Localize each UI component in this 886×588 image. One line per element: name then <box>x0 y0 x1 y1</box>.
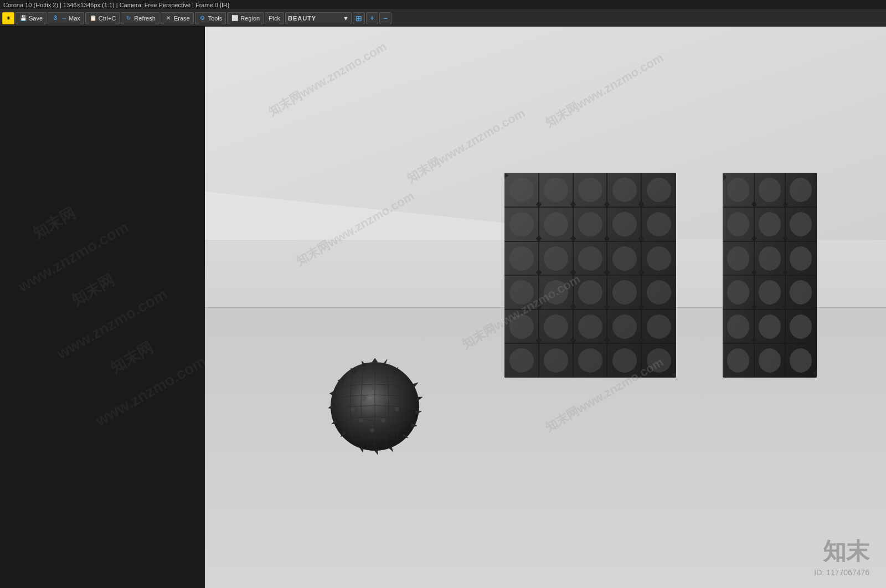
region-button[interactable]: ⬜ Region <box>227 12 264 24</box>
toolbar: ☀ 💾 Save 3 → Max 📋 Ctrl+C ↻ Refresh ✕ Er… <box>0 10 886 27</box>
svg-point-111 <box>790 280 812 305</box>
svg-point-23 <box>372 404 378 409</box>
svg-point-62 <box>647 314 671 339</box>
title-bar: Corona 10 (Hotfix 2) | 1346×1346px (1:1)… <box>0 0 886 10</box>
svg-point-44 <box>544 212 568 236</box>
ctrl-c-button[interactable]: 📋 Ctrl+C <box>85 12 120 24</box>
svg-point-103 <box>727 212 749 236</box>
svg-point-108 <box>790 246 812 271</box>
svg-point-63 <box>509 348 534 373</box>
svg-point-54 <box>544 280 568 305</box>
svg-point-49 <box>544 246 568 271</box>
svg-point-40 <box>578 178 602 202</box>
svg-marker-6 <box>413 383 418 388</box>
bottom-right-watermark: 知末 ID: 1177067476 <box>814 536 869 577</box>
title-text: Corona 10 (Hotfix 2) | 1346×1346px (1:1)… <box>3 2 229 8</box>
watermark-id: ID: 1177067476 <box>814 568 869 577</box>
pick-button[interactable]: Pick <box>265 12 284 24</box>
narrow-panel-object <box>723 173 817 378</box>
svg-point-104 <box>759 212 781 236</box>
svg-point-21 <box>383 395 389 401</box>
svg-marker-11 <box>389 447 393 452</box>
svg-point-64 <box>544 348 568 373</box>
svg-marker-13 <box>360 447 364 452</box>
render-viewport: 知末网www.znzmo.com 知末网www.znzmo.com 知末网www… <box>205 27 886 588</box>
tools-button[interactable]: ⚙ Tools <box>195 12 226 24</box>
max-button[interactable]: 3 → Max <box>48 12 84 24</box>
svg-point-19 <box>372 384 378 390</box>
svg-point-59 <box>544 314 568 339</box>
svg-point-50 <box>578 246 602 271</box>
copy-icon: 📋 <box>89 14 97 22</box>
narrow-panel-svg <box>723 173 817 378</box>
svg-point-105 <box>790 212 812 236</box>
zoom-in-button[interactable]: + <box>366 12 378 24</box>
svg-point-113 <box>759 314 781 339</box>
zoom-fit-button[interactable]: ⊞ <box>353 12 365 24</box>
svg-point-42 <box>647 178 671 202</box>
svg-point-45 <box>578 212 602 236</box>
svg-point-24 <box>395 407 399 411</box>
svg-point-102 <box>790 178 812 202</box>
erase-icon: ✕ <box>164 14 172 22</box>
svg-point-100 <box>727 178 749 202</box>
svg-point-65 <box>578 348 602 373</box>
svg-point-66 <box>612 348 637 373</box>
large-panel-object <box>504 173 676 378</box>
svg-point-60 <box>578 314 602 339</box>
svg-point-48 <box>509 246 534 271</box>
save-button[interactable]: 💾 Save <box>16 12 47 24</box>
svg-point-110 <box>759 280 781 305</box>
save-icon: 💾 <box>19 14 27 22</box>
svg-marker-1 <box>372 358 378 362</box>
svg-point-101 <box>759 178 781 202</box>
svg-point-56 <box>612 280 637 305</box>
refresh-button[interactable]: ↻ Refresh <box>121 12 159 24</box>
svg-point-107 <box>759 246 781 271</box>
svg-point-67 <box>647 348 671 373</box>
svg-point-43 <box>509 212 534 236</box>
svg-point-51 <box>612 246 637 271</box>
svg-point-106 <box>727 246 749 271</box>
refresh-icon: ↻ <box>125 14 132 22</box>
svg-point-38 <box>509 178 534 202</box>
svg-point-109 <box>727 280 749 305</box>
logo-chinese: 知末 <box>814 536 869 567</box>
svg-point-46 <box>612 212 637 236</box>
svg-point-57 <box>647 280 671 305</box>
svg-point-53 <box>509 280 534 305</box>
svg-point-61 <box>612 314 637 339</box>
svg-point-47 <box>647 212 671 236</box>
objects-container <box>205 27 886 588</box>
corona-icon[interactable]: ☀ <box>2 12 14 24</box>
spiky-sphere-object <box>314 343 436 465</box>
svg-point-41 <box>612 178 637 202</box>
svg-point-22 <box>351 407 355 411</box>
svg-point-58 <box>509 314 534 339</box>
svg-point-25 <box>359 418 363 422</box>
svg-point-52 <box>647 246 671 271</box>
spiky-sphere-svg <box>314 343 436 465</box>
beauty-dropdown[interactable]: BEAUTY ▼ <box>285 12 352 24</box>
svg-point-27 <box>370 428 374 432</box>
svg-point-26 <box>381 418 385 422</box>
svg-point-115 <box>727 348 749 373</box>
dropdown-arrow: ▼ <box>343 15 349 22</box>
svg-point-112 <box>727 314 749 339</box>
svg-marker-12 <box>374 449 378 455</box>
main-area: 知末网www.znzmo.com知末网www.znzmo.com知末网www.z… <box>0 27 886 588</box>
svg-marker-7 <box>416 397 423 401</box>
svg-point-39 <box>544 178 568 202</box>
max-icon: 3 <box>51 14 59 22</box>
svg-point-20 <box>361 395 367 401</box>
svg-point-117 <box>790 348 812 373</box>
large-panel-svg <box>504 173 676 378</box>
erase-button[interactable]: ✕ Erase <box>161 12 194 24</box>
svg-point-116 <box>759 348 781 373</box>
zoom-out-button[interactable]: − <box>379 12 392 24</box>
tools-icon: ⚙ <box>199 14 207 22</box>
region-icon: ⬜ <box>231 14 239 22</box>
left-panel-watermark: 知末网www.znzmo.com知末网www.znzmo.com知末网www.z… <box>0 27 205 588</box>
svg-point-55 <box>578 280 602 305</box>
left-panel: 知末网www.znzmo.com知末网www.znzmo.com知末网www.z… <box>0 27 205 588</box>
